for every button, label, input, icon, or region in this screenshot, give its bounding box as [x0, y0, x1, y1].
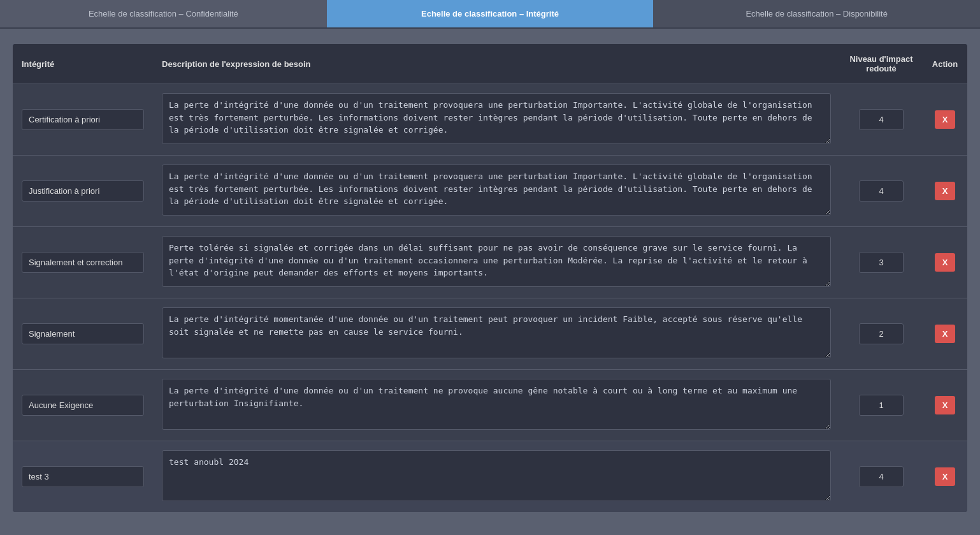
header-level: Niveau d'impact redouté	[840, 44, 923, 84]
integrity-input[interactable]	[22, 109, 144, 130]
integrity-input[interactable]	[22, 466, 144, 487]
level-input[interactable]	[859, 466, 904, 487]
delete-button[interactable]: X	[935, 396, 956, 414]
table-row: X	[13, 156, 967, 227]
level-input[interactable]	[859, 252, 904, 273]
level-input[interactable]	[859, 180, 904, 202]
description-textarea[interactable]	[162, 236, 831, 287]
header-description: Description de l'expression de besoin	[153, 44, 840, 84]
table-row: X	[13, 441, 967, 513]
tab-bar: Echelle de classification – Confidential…	[0, 0, 980, 29]
table-header-row: Intégrité Description de l'expression de…	[13, 44, 967, 84]
table-row: X	[13, 84, 967, 156]
delete-button[interactable]: X	[935, 325, 956, 343]
description-textarea[interactable]	[162, 93, 831, 144]
level-input[interactable]	[859, 109, 904, 130]
main-content: Intégrité Description de l'expression de…	[0, 29, 980, 527]
header-action: Action	[923, 44, 967, 84]
classification-table: Intégrité Description de l'expression de…	[13, 44, 967, 512]
description-textarea[interactable]	[162, 307, 831, 358]
delete-button[interactable]: X	[935, 253, 956, 272]
description-textarea[interactable]	[162, 379, 831, 430]
table-row: X	[13, 227, 967, 298]
description-textarea[interactable]	[162, 165, 831, 216]
delete-button[interactable]: X	[935, 467, 956, 486]
table-row: X	[13, 370, 967, 441]
delete-button[interactable]: X	[935, 182, 956, 200]
header-integrity: Intégrité	[13, 44, 153, 84]
level-input[interactable]	[859, 323, 904, 344]
delete-button[interactable]: X	[935, 110, 956, 129]
integrity-input[interactable]	[22, 252, 144, 273]
level-input[interactable]	[859, 395, 904, 416]
description-textarea[interactable]	[162, 450, 831, 501]
tab-disponibilite[interactable]: Echelle de classification – Disponibilit…	[653, 0, 980, 27]
integrity-input[interactable]	[22, 395, 144, 416]
table-row: X	[13, 298, 967, 370]
integrity-input[interactable]	[22, 323, 144, 344]
tab-confidentialite[interactable]: Echelle de classification – Confidential…	[0, 0, 327, 27]
tab-integrite[interactable]: Echelle de classification – Intégrité	[327, 0, 654, 27]
integrity-input[interactable]	[22, 180, 144, 202]
